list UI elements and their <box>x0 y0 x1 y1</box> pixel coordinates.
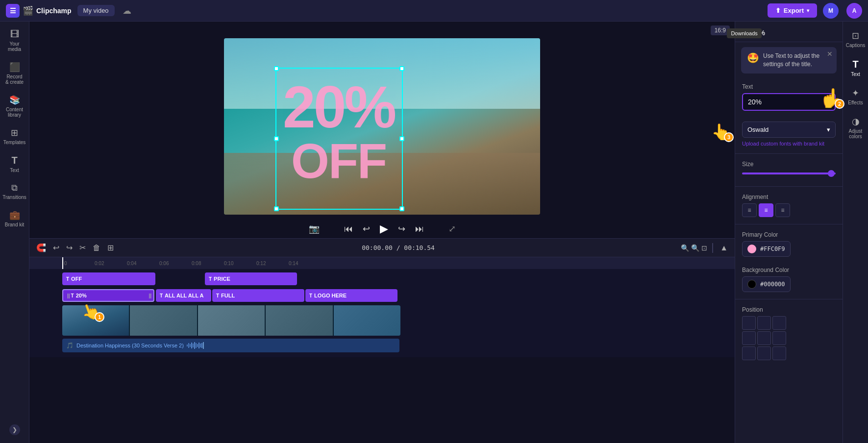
clip-logo[interactable]: T LOGO HERE <box>305 289 397 302</box>
background-color-circle <box>747 280 756 289</box>
ruler-0:02: 0:02 <box>95 261 127 266</box>
align-right-button[interactable]: ≡ <box>775 203 790 217</box>
video-preview[interactable]: 20% OFF <box>224 38 540 215</box>
undo-button[interactable]: ↩ <box>51 241 61 254</box>
alignment-label: Alignment <box>742 194 836 200</box>
zoom-in-button[interactable]: 🔍 <box>691 244 699 252</box>
sidebar-item-label-your-media: Your media <box>5 41 25 52</box>
ruler-0:12: 0:12 <box>256 261 289 266</box>
templates-icon: ⊞ <box>11 127 18 138</box>
pos-cell-ml[interactable] <box>742 331 756 345</box>
avatar-button[interactable]: M <box>823 3 839 19</box>
font-dropdown-icon: ▾ <box>827 126 830 133</box>
skip-back-button[interactable]: ⏮ <box>344 224 353 234</box>
timeline-ruler: 0 0:02 0:04 0:06 0:08 0:10 0:12 0:14 <box>29 257 735 269</box>
font-upload-link[interactable]: Upload custom fonts with brand kit <box>742 141 836 147</box>
track-row-audio: 🎵 Destination Happiness (30 Seconds Vers… <box>29 338 735 353</box>
video-text-top: 20% <box>283 77 395 136</box>
rt-item-effects[interactable]: ✦ Effects <box>843 83 868 110</box>
primary-color-swatch[interactable]: #FFC0F9 <box>742 241 791 257</box>
sidebar-item-templates[interactable]: ⊞ Templates <box>2 123 27 149</box>
playhead[interactable] <box>62 257 63 269</box>
sidebar-item-record-create[interactable]: ⬛ Record & create <box>2 58 27 89</box>
font-selector[interactable]: Oswald ▾ <box>742 122 836 138</box>
clip-all[interactable]: T ALL ALL ALL A <box>156 289 211 302</box>
export-button[interactable]: ⬆ Export ▾ <box>768 3 817 18</box>
sidebar-item-text[interactable]: T Text <box>2 151 27 177</box>
sidebar-item-transitions[interactable]: ⧉ Transitions <box>2 179 27 204</box>
screenshot-button[interactable]: 📷 <box>309 223 320 234</box>
clip-full[interactable]: T FULL <box>212 289 304 302</box>
content-library-icon: 📚 <box>9 95 20 105</box>
font-name: Oswald <box>747 126 769 133</box>
sidebar-item-label-templates: Templates <box>3 140 26 145</box>
rewind-button[interactable]: ↩ <box>363 223 370 234</box>
expand-button[interactable]: ⤢ <box>448 223 456 234</box>
clip-20-icon: T <box>71 293 74 298</box>
background-color-swatch[interactable]: #000000 <box>742 276 791 292</box>
text-input[interactable] <box>742 93 836 111</box>
tooltip-close-button[interactable]: ✕ <box>827 50 833 58</box>
zoom-out-button[interactable]: 🔍 <box>681 244 689 252</box>
pos-cell-mc[interactable] <box>757 331 771 345</box>
downloads-tooltip: Downloads <box>727 28 761 38</box>
position-label: Position <box>742 306 836 313</box>
delete-button[interactable]: 🗑 <box>91 242 102 254</box>
handle-middle-right[interactable] <box>399 136 404 141</box>
fit-to-window-button[interactable]: ⊡ <box>701 244 707 252</box>
video-track[interactable] <box>62 305 400 336</box>
sidebar-item-your-media[interactable]: 🎞 Your media <box>2 25 27 56</box>
cut-button[interactable]: ✂ <box>77 241 88 254</box>
audio-waveform <box>187 342 396 349</box>
play-button[interactable]: ▶ <box>380 222 388 235</box>
record-create-icon: ⬛ <box>9 62 20 73</box>
canvas-top-bar: 16:9 <box>29 25 735 38</box>
pos-cell-tr[interactable] <box>772 316 786 330</box>
clip-all-label: ALL ALL ALL A <box>165 293 203 298</box>
text-rt-icon: T <box>852 59 858 70</box>
ruler-0:14: 0:14 <box>289 261 321 266</box>
primary-color-hex: #FFC0F9 <box>760 246 785 252</box>
pos-cell-bl[interactable] <box>742 346 756 360</box>
video-title[interactable]: My video <box>77 5 115 16</box>
adjust-colors-label: Adjust colors <box>846 128 865 139</box>
audio-icon: 🎵 <box>66 342 74 349</box>
divider-4 <box>735 299 843 299</box>
rt-item-adjust-colors[interactable]: ◑ Adjust colors <box>843 111 868 144</box>
sidebar-item-brand-kit[interactable]: 💼 Brand kit <box>2 206 27 231</box>
track-row-video[interactable] <box>29 304 735 337</box>
canvas-area: 16:9 20% OFF <box>29 22 735 443</box>
app-logo[interactable]: ☰ 🎬 Clipchamp <box>6 4 72 18</box>
pos-cell-mr[interactable] <box>772 331 786 345</box>
primary-color-label: Primary Color <box>742 231 836 238</box>
align-center-button[interactable]: ≡ <box>759 203 773 217</box>
fast-forward-button[interactable]: ↪ <box>398 223 405 234</box>
magnet-button[interactable]: 🧲 <box>34 241 48 254</box>
add-to-timeline-button[interactable]: ⊞ <box>105 241 116 254</box>
video-thumb-1 <box>62 305 130 336</box>
sidebar-item-label-record-create: Record & create <box>5 74 25 85</box>
pos-cell-tc[interactable] <box>757 316 771 330</box>
ruler-0:08: 0:08 <box>192 261 224 266</box>
handle-middle-left[interactable] <box>274 136 279 141</box>
redo-button[interactable]: ↪ <box>64 241 74 254</box>
size-slider-track[interactable] <box>742 172 836 174</box>
rt-item-captions[interactable]: ⊡ Captions <box>843 25 868 53</box>
timeline-expand-button[interactable]: ▲ <box>718 242 730 254</box>
avatar-button-2[interactable]: A <box>846 3 862 19</box>
align-left-button[interactable]: ≡ <box>742 203 757 217</box>
pos-cell-bc[interactable] <box>757 346 771 360</box>
effects-icon: ✦ <box>852 88 859 98</box>
size-slider-thumb[interactable] <box>828 170 835 177</box>
sidebar-collapse-btn[interactable]: ❯ <box>9 424 20 435</box>
sidebar-item-content-library[interactable]: 📚 Content library <box>2 91 27 122</box>
pos-cell-br[interactable] <box>772 346 786 360</box>
pos-cell-tl[interactable] <box>742 316 756 330</box>
skip-forward-button[interactable]: ⏭ <box>415 224 424 234</box>
clip-20pct[interactable]: || T 20% || <box>62 289 154 302</box>
clip-off[interactable]: T OFF <box>62 272 155 285</box>
clip-price[interactable]: T PRICE <box>205 272 297 285</box>
hamburger-icon[interactable]: ☰ <box>6 4 20 18</box>
rt-item-text[interactable]: T Text <box>843 54 868 82</box>
audio-clip[interactable]: 🎵 Destination Happiness (30 Seconds Vers… <box>62 339 399 352</box>
